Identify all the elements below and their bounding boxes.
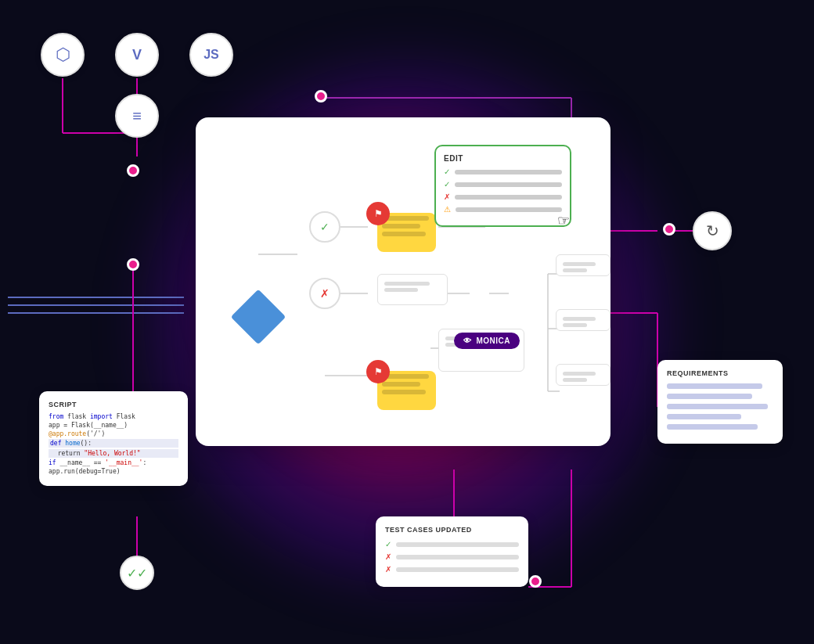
- req-bar-1: [667, 383, 762, 389]
- edit-card-title: EDIT: [444, 154, 562, 163]
- requirements-title: REQUIREMENTS: [667, 369, 773, 377]
- warning-icon-edit: ⚠: [444, 205, 451, 214]
- requirements-card: REQUIREMENTS: [657, 360, 783, 444]
- js-icon: JS: [204, 48, 219, 62]
- req-bar-5: [667, 424, 758, 430]
- req-bar-4: [667, 414, 741, 419]
- pink-dot-2: [127, 258, 139, 271]
- x-icon: ✗: [320, 287, 330, 300]
- pink-dot-refresh: [663, 223, 675, 236]
- content-box-far-right-1: [556, 254, 610, 276]
- test-check-icon: ✓: [385, 540, 391, 549]
- content-box-far-right-2: [556, 309, 610, 331]
- check-icon-1: ✓: [444, 167, 450, 176]
- icon-circle-2: V: [115, 33, 159, 77]
- x-circle-node: ✗: [309, 278, 340, 309]
- pink-dot-top: [315, 90, 327, 103]
- code-line-2: app = Flask(__name__): [49, 422, 178, 429]
- pink-dot-test: [529, 575, 542, 588]
- script-card: SCRIPT from flask import Flask app = Fla…: [39, 391, 188, 486]
- eye-icon: 👁: [463, 336, 472, 345]
- x-icon-edit: ✗: [444, 192, 450, 201]
- diamond-node: [231, 290, 286, 345]
- test-x-icon-2: ✗: [385, 565, 391, 574]
- flag-badge-bottom: ⚑: [366, 360, 390, 383]
- edit-card: EDIT ✓ ✓ ✗ ⚠ ☞: [434, 145, 571, 227]
- done-circle: ✓✓: [120, 556, 154, 590]
- icon-circle-3: JS: [189, 33, 233, 77]
- test-x-icon-1: ✗: [385, 552, 391, 561]
- icon-circle-4: ≡: [115, 94, 159, 138]
- double-check-icon: ✓✓: [127, 566, 147, 581]
- test-row-2: ✗: [385, 552, 519, 561]
- code-line-7: app.run(debug=True): [49, 468, 178, 475]
- req-bar-3: [667, 404, 768, 409]
- test-row-3: ✗: [385, 565, 519, 574]
- code-line-3: @app.route('/'): [49, 430, 178, 437]
- test-row-1: ✓: [385, 540, 519, 549]
- req-bar-2: [667, 394, 752, 399]
- flag-icon-top: ⚑: [374, 208, 383, 219]
- edit-row-1: ✓: [444, 167, 562, 176]
- content-box-middle: [377, 274, 448, 305]
- test-cases-card: TEST CASES UPDATED ✓ ✗ ✗: [376, 516, 528, 587]
- code-line-6: if __name__ == '__main__':: [49, 459, 178, 466]
- monica-badge: 👁 MONICA: [454, 333, 520, 349]
- code-line-5: return "Hello, World!": [49, 449, 178, 458]
- refresh-icon: ↻: [706, 221, 719, 240]
- cursor: ☞: [557, 212, 570, 229]
- pink-dot-1: [127, 164, 139, 177]
- icon-circle-1: ⬡: [41, 33, 85, 77]
- checkmark-icon: ✓: [320, 221, 330, 233]
- refresh-button[interactable]: ↻: [693, 211, 732, 250]
- test-cases-title: TEST CASES UPDATED: [385, 526, 519, 534]
- document-icon: ≡: [132, 107, 142, 125]
- content-box-far-right-3: [556, 364, 610, 386]
- flag-icon-bottom: ⚑: [374, 366, 383, 377]
- edit-row-2: ✓: [444, 180, 562, 189]
- check-icon-2: ✓: [444, 180, 450, 189]
- hexagon-icon: ⬡: [56, 45, 70, 65]
- edit-row-4: ⚠: [444, 205, 562, 214]
- script-title: SCRIPT: [49, 401, 178, 408]
- visio-icon: V: [132, 47, 142, 63]
- flag-badge-top: ⚑: [366, 202, 390, 225]
- edit-row-3: ✗: [444, 192, 562, 201]
- check-circle-node: ✓: [309, 211, 340, 243]
- code-line-4: def home():: [49, 439, 178, 448]
- code-line-1: from flask import Flask: [49, 413, 178, 420]
